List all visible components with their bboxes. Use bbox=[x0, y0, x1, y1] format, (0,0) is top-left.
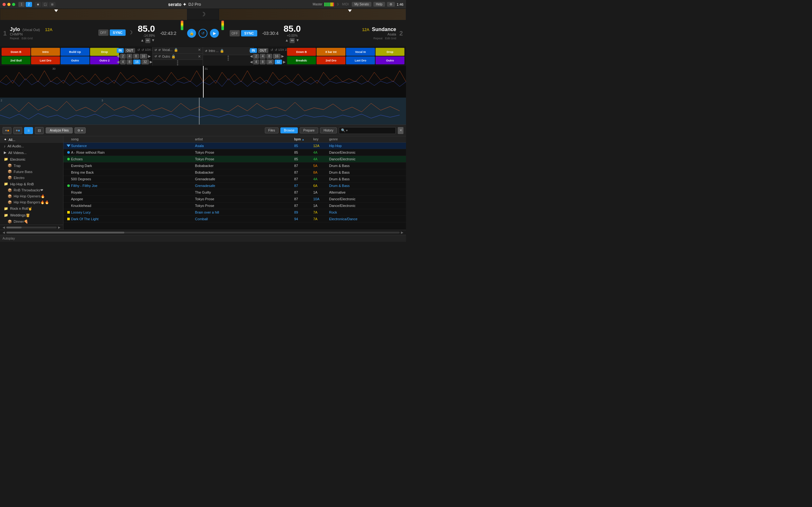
nav-right-r1[interactable]: ▶ bbox=[281, 54, 284, 58]
cue-pad-drop[interactable]: Drop bbox=[90, 48, 119, 56]
track-row-echoes[interactable]: Echoes Tokyo Prose 85 4A Dance/Electroni… bbox=[63, 156, 406, 163]
track-scroll-thumb[interactable] bbox=[6, 232, 124, 233]
cue-pad-vocal-in[interactable]: Vocal In bbox=[346, 48, 375, 56]
lock-icon-outro[interactable]: 🔒 bbox=[171, 55, 176, 59]
beat-16b-right[interactable]: 16 bbox=[266, 60, 274, 64]
add-crate-button[interactable]: + ■ bbox=[13, 127, 22, 134]
sidebar-all-videos[interactable]: ▶ All Videos... bbox=[0, 149, 63, 156]
beat-row-1-right[interactable]: ◀ 2 4 8 16 ▶ bbox=[250, 54, 289, 59]
nav-right-r2[interactable]: ▶ bbox=[283, 60, 286, 64]
nav-left-r2[interactable]: ◀ bbox=[250, 60, 252, 64]
beat-8-left[interactable]: 8 bbox=[133, 54, 139, 59]
cue-pad-outro2[interactable]: Outro 2 bbox=[90, 56, 119, 64]
nav-left-r1[interactable]: ◀ bbox=[250, 54, 252, 58]
beat-8b-right[interactable]: 8 bbox=[260, 60, 265, 64]
beat-2-right[interactable]: 2 bbox=[253, 54, 259, 59]
settings-icon-button[interactable]: ⚙ bbox=[387, 2, 395, 7]
help-button[interactable]: Help bbox=[373, 2, 385, 7]
track-row-royale[interactable]: Royale The Guilty 87 1A Alternative bbox=[63, 189, 406, 196]
cue-center-icon[interactable]: 🔒 bbox=[187, 29, 196, 38]
in-button-right[interactable]: IN bbox=[250, 48, 257, 53]
sidebar-hiphop-bangers[interactable]: 📦 Hip Hop Bangers🔥🔥 bbox=[0, 199, 63, 205]
search-dropdown-icon[interactable]: ▾ bbox=[346, 129, 348, 132]
sidebar-dinner[interactable]: 📦 Dinner🍕 bbox=[0, 219, 63, 225]
off-button-left[interactable]: OFF bbox=[98, 30, 108, 36]
sidebar-hiphop-rnb[interactable]: 📁 Hip Hop & RnB bbox=[0, 181, 63, 187]
close-vocal[interactable]: ✕ bbox=[198, 48, 201, 52]
beat-16b-left[interactable]: 16 bbox=[133, 60, 141, 64]
sidebar-future-bass[interactable]: 📦 Future Bass bbox=[0, 169, 63, 175]
sidebar-hiphop-openers[interactable]: 📦 Hip Hop Openers🔥 bbox=[0, 193, 63, 199]
add-row-3[interactable]: + bbox=[153, 64, 203, 66]
sidebar-electronic[interactable]: 📁 Electronic bbox=[0, 156, 63, 163]
half-btn-left[interactable]: 1/2X bbox=[145, 48, 151, 53]
cue-pad-buildup[interactable]: Build Up bbox=[61, 48, 90, 56]
beat-32b-left[interactable]: 32 bbox=[142, 60, 149, 64]
headphones-icon[interactable]: 🎧 bbox=[42, 2, 48, 7]
track-scroll-right[interactable]: ▶ bbox=[400, 231, 405, 234]
track-row-bring[interactable]: Bring me Back Bobabacker 87 8A Drum & Ba… bbox=[63, 169, 406, 176]
sync-button-right[interactable]: SYNC bbox=[241, 30, 257, 37]
sync-button-left[interactable]: SYNC bbox=[110, 30, 126, 36]
add-right-3[interactable]: + bbox=[203, 59, 253, 61]
sidebar-electro[interactable]: 📦 Electro bbox=[0, 175, 63, 181]
nav-left-2[interactable]: ◀ bbox=[117, 60, 119, 64]
intro-refresh[interactable]: ↺ bbox=[205, 49, 207, 53]
beat-4-right[interactable]: 4 bbox=[260, 54, 265, 59]
transpose-up-right[interactable]: ▲ bbox=[285, 38, 289, 43]
my-serato-button[interactable]: My Serato bbox=[352, 2, 371, 7]
key-adjust-left[interactable]: ☽ bbox=[128, 30, 133, 36]
beat-8b-left[interactable]: 8 bbox=[126, 60, 132, 64]
scroll-track[interactable] bbox=[6, 227, 57, 228]
cue-pad-8bar-intro[interactable]: 8 bar Int bbox=[316, 48, 345, 56]
loop-refresh-right[interactable]: ↺ bbox=[270, 48, 273, 53]
link-icon-left[interactable]: ⇔ bbox=[145, 38, 150, 43]
play-center-icon[interactable]: ▶ bbox=[210, 29, 219, 38]
beat-4b-left[interactable]: 4 bbox=[120, 60, 126, 64]
edit-grid-right[interactable]: Edit Grid bbox=[385, 37, 396, 40]
in-out-right[interactable]: IN OUT ↺ ↺ 1/2X 2X bbox=[250, 48, 289, 53]
track-row-rose[interactable]: A - Rose without Rain Tokyo Prose 85 4A … bbox=[63, 149, 406, 156]
browse-tab[interactable]: Browse bbox=[281, 127, 298, 133]
sidebar-rnb-throwbacks[interactable]: 📦 RnB Throwbacks❤ bbox=[0, 187, 63, 193]
search-clear-button[interactable]: ✕ bbox=[398, 127, 403, 134]
track-row-knucklehead[interactable]: Knucklehead Tokyo Prose 87 1A Dance/Elec… bbox=[63, 203, 406, 209]
add-track-button[interactable]: + ■ bbox=[3, 127, 11, 134]
scroll-down-arrow[interactable]: ▶ bbox=[57, 226, 62, 229]
track-row-sundance[interactable]: Sundance Asala 85 12A Hip Hop bbox=[63, 143, 406, 149]
col-bpm-header[interactable]: bpm ▲ bbox=[294, 137, 313, 141]
beat-16-right[interactable]: 16 bbox=[273, 54, 281, 59]
intro-panel-header[interactable]: ↺ Intro ... 🔒 ✕ bbox=[203, 47, 253, 55]
off-button-right[interactable]: OFF bbox=[230, 30, 240, 37]
fullscreen-button[interactable] bbox=[12, 3, 15, 6]
autoplay-label[interactable]: Autoplay bbox=[3, 237, 15, 240]
cue-pad-intro[interactable]: Intro bbox=[31, 48, 60, 56]
track-scroll-left[interactable]: ◀ bbox=[1, 231, 6, 234]
vocal-refresh2[interactable]: ↺ bbox=[158, 49, 161, 52]
scroll-thumb[interactable] bbox=[6, 227, 21, 228]
deck-select-2[interactable]: 2 bbox=[26, 2, 32, 7]
cue-pad-last-drop-left[interactable]: Last Dro bbox=[31, 56, 60, 64]
track-row-filthy[interactable]: Filthy - Filthy Joe Grenadesafe 87 6A Dr… bbox=[63, 182, 406, 189]
beat-16-left[interactable]: 16 bbox=[140, 54, 147, 59]
transpose-down-left[interactable]: ▼ bbox=[151, 38, 155, 43]
search-container[interactable]: 🔍 ▾ bbox=[339, 127, 396, 134]
beat-4-left[interactable]: 4 bbox=[126, 54, 132, 59]
nav-right-1[interactable]: ▶ bbox=[148, 54, 151, 58]
track-row-500[interactable]: 500 Degrees Grenadesafe 87 4A Drum & Bas… bbox=[63, 176, 406, 182]
vocal-panel-header[interactable]: ↺ ↺ Vocal... 🔒 ✕ bbox=[153, 47, 203, 54]
history-tab[interactable]: History bbox=[320, 127, 337, 133]
track-row-dark[interactable]: Dark Of The Light Comball 94 7A Electron… bbox=[63, 216, 406, 222]
col-artist-header[interactable]: artist bbox=[195, 137, 294, 141]
outro-refresh[interactable]: ↺ bbox=[154, 55, 157, 58]
prepare-tab[interactable]: Prepare bbox=[300, 127, 318, 133]
cue-pad-2nd-build[interactable]: 2nd Buil bbox=[2, 56, 31, 64]
col-genre-header[interactable]: genre bbox=[329, 137, 404, 141]
repeat-left[interactable]: Repeat bbox=[10, 37, 19, 40]
cue-pad-2nd-drop-r[interactable]: 2nd Dro bbox=[316, 56, 345, 64]
lock-icon-intro[interactable]: 🔒 bbox=[220, 49, 224, 53]
waveform-canvas-left[interactable]: 30 bbox=[0, 66, 203, 98]
vocal-refresh[interactable]: ↺ bbox=[154, 49, 157, 52]
beat-8-right[interactable]: 8 bbox=[266, 54, 272, 59]
sidebar-rock[interactable]: 📁 Rock n Roll🤘 bbox=[0, 205, 63, 212]
